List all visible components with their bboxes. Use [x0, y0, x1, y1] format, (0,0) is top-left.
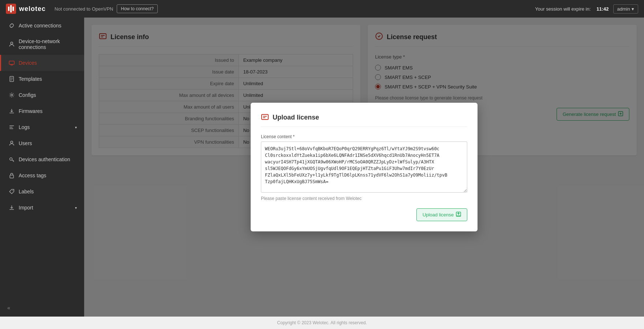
download-icon	[8, 108, 15, 114]
key-icon	[8, 156, 15, 163]
chevron-down-icon: ▾	[75, 125, 77, 129]
modal-header: Upload license	[261, 113, 467, 127]
sidebar: Active connections Device-to-network con…	[0, 18, 84, 317]
sidebar-item-templates[interactable]: Templates	[0, 71, 84, 87]
session-label: Your session will expire in:	[535, 6, 591, 12]
sidebar-item-label: Firmwares	[19, 108, 77, 114]
sidebar-item-label: Labels	[19, 189, 77, 194]
sidebar-item-label: Active connections	[19, 23, 77, 29]
welotec-logo-icon	[6, 4, 16, 14]
modal-title: Upload license	[273, 114, 319, 121]
logo: welotec	[6, 4, 46, 14]
sidebar-item-users[interactable]: Users	[0, 135, 84, 151]
sidebar-item-labels[interactable]: Labels	[0, 184, 84, 200]
sidebar-item-label: Logs	[19, 124, 71, 130]
license-content-textarea[interactable]	[261, 141, 467, 193]
admin-menu-button[interactable]: admin ▾	[613, 4, 638, 14]
svg-rect-3	[12, 7, 14, 11]
sidebar-item-label: Import	[19, 205, 71, 211]
license-hint-text: Please paste license content received fr…	[261, 196, 467, 201]
svg-point-8	[11, 141, 13, 143]
sidebar-item-label: Access tags	[19, 173, 77, 178]
sidebar-item-label: Configs	[19, 92, 77, 98]
sidebar-item-active-connections[interactable]: Active connections	[0, 18, 84, 34]
svg-point-9	[10, 158, 12, 160]
upload-license-modal: Upload license License content * Please …	[251, 103, 478, 231]
devices-icon	[8, 60, 15, 66]
person-icon	[8, 140, 15, 147]
collapse-icon: «	[7, 305, 10, 311]
license-content-label: License content *	[261, 134, 467, 139]
sidebar-item-access-tags[interactable]: Access tags	[0, 167, 84, 184]
svg-rect-10	[10, 175, 14, 178]
main-content: License info Issued toExample companyIss…	[84, 18, 644, 317]
vpn-status: Not connected to OpenVPN	[55, 6, 113, 12]
sidebar-item-devices[interactable]: Devices	[0, 55, 84, 71]
upload-icon	[456, 212, 461, 218]
sidebar-item-firmwares[interactable]: Firmwares	[0, 103, 84, 119]
logo-text: welotec	[19, 5, 46, 13]
sidebar-item-devices-authentication[interactable]: Devices authentication	[0, 151, 84, 167]
modal-overlay[interactable]: Upload license License content * Please …	[84, 18, 644, 317]
link-icon	[8, 22, 15, 29]
chevron-down-icon: ▾	[75, 206, 77, 210]
layout: Active connections Device-to-network con…	[0, 18, 644, 317]
sidebar-item-label: Devices	[19, 60, 77, 66]
import-icon	[8, 204, 15, 211]
svg-rect-1	[8, 7, 10, 11]
label-icon	[8, 188, 15, 195]
sidebar-item-label: Users	[19, 140, 77, 146]
sidebar-item-device-to-network[interactable]: Device-to-network connections	[0, 34, 84, 55]
file-icon	[8, 76, 15, 82]
sidebar-item-label: Templates	[19, 76, 77, 82]
svg-point-4	[11, 42, 13, 44]
header-right: Your session will expire in: 11:42 admin…	[535, 4, 638, 14]
sidebar-item-label: Devices authentication	[19, 156, 77, 162]
lock-icon	[8, 172, 15, 179]
svg-point-11	[12, 190, 13, 191]
svg-point-7	[11, 94, 13, 96]
upload-license-button[interactable]: Upload license	[416, 208, 467, 221]
session-time: 11:42	[595, 6, 609, 12]
logs-icon	[8, 124, 15, 131]
settings-icon	[8, 92, 15, 98]
footer: Copyright © 2023 Welotec. All rights res…	[0, 317, 644, 329]
sidebar-item-configs[interactable]: Configs	[0, 87, 84, 103]
svg-rect-5	[9, 61, 14, 64]
sidebar-item-logs[interactable]: Logs ▾	[0, 119, 84, 135]
how-to-connect-button[interactable]: How to connect?	[117, 4, 157, 13]
svg-rect-2	[10, 5, 12, 12]
header: welotec Not connected to OpenVPN How to …	[0, 0, 644, 18]
svg-rect-15	[262, 114, 268, 120]
user-network-icon	[8, 41, 15, 48]
upload-license-icon	[261, 113, 269, 122]
sidebar-collapse-button[interactable]: «	[0, 299, 84, 317]
footer-text: Copyright © 2023 Welotec. All rights res…	[277, 320, 367, 325]
chevron-down-icon: ▾	[632, 6, 634, 12]
sidebar-item-label: Device-to-network connections	[19, 38, 77, 50]
sidebar-item-import[interactable]: Import ▾	[0, 200, 84, 216]
